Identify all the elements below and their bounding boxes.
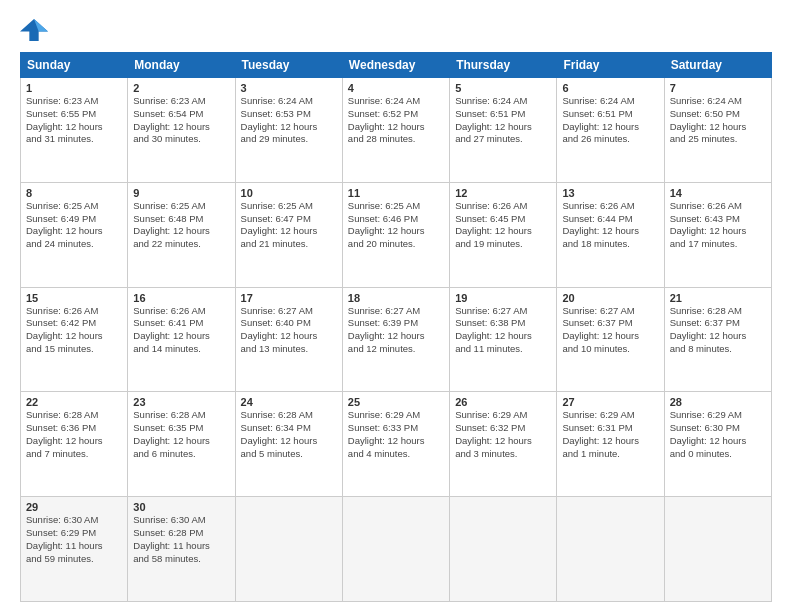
calendar-cell: 18Sunrise: 6:27 AMSunset: 6:39 PMDayligh… bbox=[342, 287, 449, 392]
day-info: Sunrise: 6:26 AMSunset: 6:42 PMDaylight:… bbox=[26, 305, 122, 356]
day-info: Sunrise: 6:28 AMSunset: 6:35 PMDaylight:… bbox=[133, 409, 229, 460]
calendar-cell: 22Sunrise: 6:28 AMSunset: 6:36 PMDayligh… bbox=[21, 392, 128, 497]
calendar-header-row: SundayMondayTuesdayWednesdayThursdayFrid… bbox=[21, 53, 772, 78]
day-number: 25 bbox=[348, 396, 444, 408]
day-number: 18 bbox=[348, 292, 444, 304]
calendar-cell: 21Sunrise: 6:28 AMSunset: 6:37 PMDayligh… bbox=[664, 287, 771, 392]
day-number: 14 bbox=[670, 187, 766, 199]
day-info: Sunrise: 6:25 AMSunset: 6:47 PMDaylight:… bbox=[241, 200, 337, 251]
calendar-cell: 5Sunrise: 6:24 AMSunset: 6:51 PMDaylight… bbox=[450, 78, 557, 183]
day-header-thursday: Thursday bbox=[450, 53, 557, 78]
logo-icon bbox=[20, 16, 48, 44]
calendar-cell: 20Sunrise: 6:27 AMSunset: 6:37 PMDayligh… bbox=[557, 287, 664, 392]
calendar-table: SundayMondayTuesdayWednesdayThursdayFrid… bbox=[20, 52, 772, 602]
day-number: 21 bbox=[670, 292, 766, 304]
calendar-cell bbox=[342, 497, 449, 602]
day-info: Sunrise: 6:29 AMSunset: 6:32 PMDaylight:… bbox=[455, 409, 551, 460]
calendar-cell: 23Sunrise: 6:28 AMSunset: 6:35 PMDayligh… bbox=[128, 392, 235, 497]
day-info: Sunrise: 6:24 AMSunset: 6:53 PMDaylight:… bbox=[241, 95, 337, 146]
day-info: Sunrise: 6:26 AMSunset: 6:41 PMDaylight:… bbox=[133, 305, 229, 356]
calendar-cell: 12Sunrise: 6:26 AMSunset: 6:45 PMDayligh… bbox=[450, 182, 557, 287]
day-number: 12 bbox=[455, 187, 551, 199]
calendar-cell bbox=[664, 497, 771, 602]
day-number: 20 bbox=[562, 292, 658, 304]
day-number: 11 bbox=[348, 187, 444, 199]
day-number: 3 bbox=[241, 82, 337, 94]
calendar-cell: 13Sunrise: 6:26 AMSunset: 6:44 PMDayligh… bbox=[557, 182, 664, 287]
calendar-week-3: 15Sunrise: 6:26 AMSunset: 6:42 PMDayligh… bbox=[21, 287, 772, 392]
day-header-saturday: Saturday bbox=[664, 53, 771, 78]
day-info: Sunrise: 6:23 AMSunset: 6:55 PMDaylight:… bbox=[26, 95, 122, 146]
day-number: 26 bbox=[455, 396, 551, 408]
page: SundayMondayTuesdayWednesdayThursdayFrid… bbox=[0, 0, 792, 612]
calendar-cell bbox=[450, 497, 557, 602]
calendar-cell: 29Sunrise: 6:30 AMSunset: 6:29 PMDayligh… bbox=[21, 497, 128, 602]
day-number: 5 bbox=[455, 82, 551, 94]
day-info: Sunrise: 6:24 AMSunset: 6:52 PMDaylight:… bbox=[348, 95, 444, 146]
day-number: 10 bbox=[241, 187, 337, 199]
day-info: Sunrise: 6:28 AMSunset: 6:37 PMDaylight:… bbox=[670, 305, 766, 356]
day-number: 28 bbox=[670, 396, 766, 408]
day-info: Sunrise: 6:30 AMSunset: 6:29 PMDaylight:… bbox=[26, 514, 122, 565]
day-header-friday: Friday bbox=[557, 53, 664, 78]
day-number: 19 bbox=[455, 292, 551, 304]
day-number: 7 bbox=[670, 82, 766, 94]
day-info: Sunrise: 6:24 AMSunset: 6:51 PMDaylight:… bbox=[562, 95, 658, 146]
day-number: 30 bbox=[133, 501, 229, 513]
day-header-wednesday: Wednesday bbox=[342, 53, 449, 78]
day-header-sunday: Sunday bbox=[21, 53, 128, 78]
day-info: Sunrise: 6:24 AMSunset: 6:51 PMDaylight:… bbox=[455, 95, 551, 146]
day-info: Sunrise: 6:25 AMSunset: 6:46 PMDaylight:… bbox=[348, 200, 444, 251]
day-info: Sunrise: 6:29 AMSunset: 6:30 PMDaylight:… bbox=[670, 409, 766, 460]
day-number: 1 bbox=[26, 82, 122, 94]
calendar-cell: 25Sunrise: 6:29 AMSunset: 6:33 PMDayligh… bbox=[342, 392, 449, 497]
calendar-cell: 11Sunrise: 6:25 AMSunset: 6:46 PMDayligh… bbox=[342, 182, 449, 287]
day-number: 8 bbox=[26, 187, 122, 199]
day-info: Sunrise: 6:29 AMSunset: 6:33 PMDaylight:… bbox=[348, 409, 444, 460]
day-header-tuesday: Tuesday bbox=[235, 53, 342, 78]
day-info: Sunrise: 6:24 AMSunset: 6:50 PMDaylight:… bbox=[670, 95, 766, 146]
calendar-cell: 30Sunrise: 6:30 AMSunset: 6:28 PMDayligh… bbox=[128, 497, 235, 602]
day-number: 13 bbox=[562, 187, 658, 199]
day-info: Sunrise: 6:25 AMSunset: 6:49 PMDaylight:… bbox=[26, 200, 122, 251]
calendar-cell: 6Sunrise: 6:24 AMSunset: 6:51 PMDaylight… bbox=[557, 78, 664, 183]
day-info: Sunrise: 6:27 AMSunset: 6:37 PMDaylight:… bbox=[562, 305, 658, 356]
day-info: Sunrise: 6:23 AMSunset: 6:54 PMDaylight:… bbox=[133, 95, 229, 146]
calendar-cell: 4Sunrise: 6:24 AMSunset: 6:52 PMDaylight… bbox=[342, 78, 449, 183]
day-info: Sunrise: 6:28 AMSunset: 6:36 PMDaylight:… bbox=[26, 409, 122, 460]
logo bbox=[20, 16, 52, 44]
day-info: Sunrise: 6:26 AMSunset: 6:45 PMDaylight:… bbox=[455, 200, 551, 251]
calendar-cell: 8Sunrise: 6:25 AMSunset: 6:49 PMDaylight… bbox=[21, 182, 128, 287]
calendar-cell bbox=[235, 497, 342, 602]
day-info: Sunrise: 6:27 AMSunset: 6:40 PMDaylight:… bbox=[241, 305, 337, 356]
day-number: 24 bbox=[241, 396, 337, 408]
calendar-cell: 9Sunrise: 6:25 AMSunset: 6:48 PMDaylight… bbox=[128, 182, 235, 287]
day-info: Sunrise: 6:29 AMSunset: 6:31 PMDaylight:… bbox=[562, 409, 658, 460]
calendar-cell: 10Sunrise: 6:25 AMSunset: 6:47 PMDayligh… bbox=[235, 182, 342, 287]
day-number: 4 bbox=[348, 82, 444, 94]
calendar-cell: 1Sunrise: 6:23 AMSunset: 6:55 PMDaylight… bbox=[21, 78, 128, 183]
calendar-cell: 27Sunrise: 6:29 AMSunset: 6:31 PMDayligh… bbox=[557, 392, 664, 497]
day-info: Sunrise: 6:26 AMSunset: 6:43 PMDaylight:… bbox=[670, 200, 766, 251]
calendar-cell: 26Sunrise: 6:29 AMSunset: 6:32 PMDayligh… bbox=[450, 392, 557, 497]
calendar-cell: 16Sunrise: 6:26 AMSunset: 6:41 PMDayligh… bbox=[128, 287, 235, 392]
calendar-cell: 15Sunrise: 6:26 AMSunset: 6:42 PMDayligh… bbox=[21, 287, 128, 392]
calendar-cell: 3Sunrise: 6:24 AMSunset: 6:53 PMDaylight… bbox=[235, 78, 342, 183]
day-info: Sunrise: 6:30 AMSunset: 6:28 PMDaylight:… bbox=[133, 514, 229, 565]
day-number: 16 bbox=[133, 292, 229, 304]
day-header-monday: Monday bbox=[128, 53, 235, 78]
calendar-cell: 14Sunrise: 6:26 AMSunset: 6:43 PMDayligh… bbox=[664, 182, 771, 287]
day-info: Sunrise: 6:25 AMSunset: 6:48 PMDaylight:… bbox=[133, 200, 229, 251]
day-info: Sunrise: 6:27 AMSunset: 6:39 PMDaylight:… bbox=[348, 305, 444, 356]
day-number: 29 bbox=[26, 501, 122, 513]
calendar-cell: 2Sunrise: 6:23 AMSunset: 6:54 PMDaylight… bbox=[128, 78, 235, 183]
day-number: 27 bbox=[562, 396, 658, 408]
calendar-cell: 24Sunrise: 6:28 AMSunset: 6:34 PMDayligh… bbox=[235, 392, 342, 497]
day-number: 22 bbox=[26, 396, 122, 408]
day-info: Sunrise: 6:26 AMSunset: 6:44 PMDaylight:… bbox=[562, 200, 658, 251]
day-number: 15 bbox=[26, 292, 122, 304]
calendar-week-2: 8Sunrise: 6:25 AMSunset: 6:49 PMDaylight… bbox=[21, 182, 772, 287]
calendar-cell: 28Sunrise: 6:29 AMSunset: 6:30 PMDayligh… bbox=[664, 392, 771, 497]
calendar-week-5: 29Sunrise: 6:30 AMSunset: 6:29 PMDayligh… bbox=[21, 497, 772, 602]
calendar-cell bbox=[557, 497, 664, 602]
